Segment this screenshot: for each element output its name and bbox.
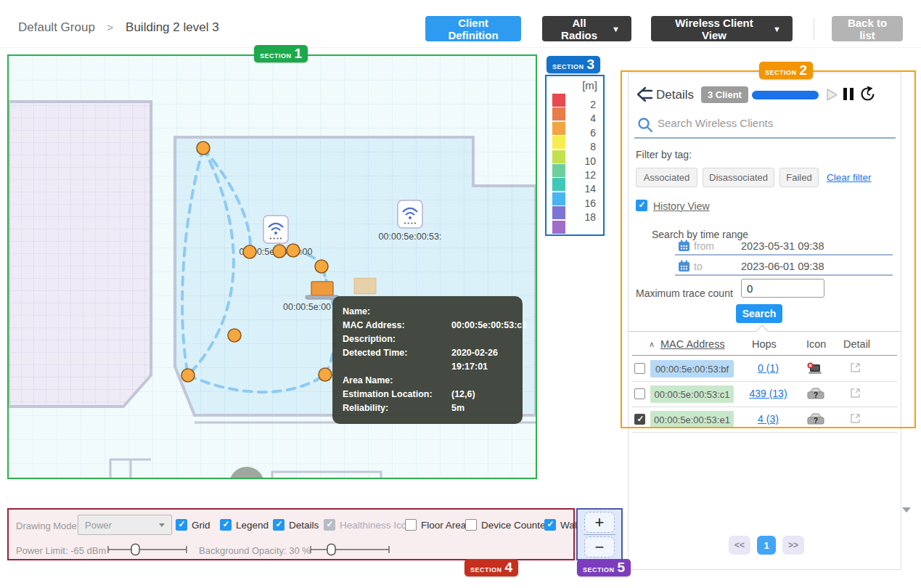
toolbar-checkbox-wall[interactable]: Wall [544,519,579,531]
tooltip-row: Reliability:5m [343,401,512,415]
hops-link[interactable]: 0 (1) [741,362,795,374]
legend-value: 8 [574,141,596,152]
trace-dot[interactable] [181,369,195,382]
row-checkbox[interactable] [634,363,645,374]
to-date-value[interactable]: 2023-06-01 09:38 [741,261,824,272]
room-left [9,102,151,407]
checkbox[interactable] [465,519,477,531]
top-bar: Default Group > Building 2 level 3 Clien… [0,0,921,48]
trace-dot[interactable] [197,142,210,155]
search-button[interactable]: Search [736,304,782,323]
checkbox[interactable] [405,519,417,531]
toolbar-checkbox-floor-area[interactable]: Floor Area [405,519,466,531]
external-link-icon[interactable] [850,388,861,399]
max-trace-count-label: Maximum trace count [636,287,733,299]
hops-link[interactable]: 439 (13) [741,388,795,399]
history-view-label[interactable]: History View [653,200,710,212]
drawing-mode-select[interactable]: Power [78,515,172,535]
pagination-prev-button[interactable]: << [729,536,750,555]
trace-dot[interactable] [243,245,256,258]
floor-plan-map[interactable]: 00:00:5e:00:53:00 00:00:5e:00:53: 00:00:… [7,54,537,479]
dropdown-arrow-icon: ▼ [612,25,620,33]
legend-swatch [552,107,565,121]
toolbar-checkbox-healthiness-icon[interactable]: Healthiness Icon [324,519,412,531]
refresh-timer-icon[interactable] [859,86,876,102]
scroll-down-arrow-icon[interactable] [902,507,911,513]
trace-dot[interactable] [319,368,332,381]
mac-address-cell: 00:00:5e:00:53:c1 [650,385,734,403]
max-trace-count-input[interactable] [741,279,824,298]
toolbar-checkbox-details[interactable]: Details [273,519,319,531]
back-to-list-button[interactable]: Back to list [832,16,903,41]
checkbox[interactable] [324,519,335,531]
slider-handle[interactable] [327,544,335,555]
legend-value: 16 [574,197,596,209]
toolbar-checkbox-grid[interactable]: Grid [176,519,210,531]
breadcrumb-separator: > [107,21,114,33]
to-label: to [694,261,703,272]
checkbox[interactable] [544,519,556,531]
external-link-icon[interactable] [850,413,861,424]
client-definition-button[interactable]: Client Definition [425,16,521,41]
row-checkbox[interactable] [634,388,645,399]
row-checkbox[interactable] [634,414,645,425]
checkbox-label: Healthiness Icon [340,520,412,531]
pagination-page-1[interactable]: 1 [757,536,776,555]
toolbar-checkbox-device-counter[interactable]: Device Counter [465,519,549,531]
column-header-mac[interactable]: MAC Address [660,338,725,350]
search-icon [637,117,653,133]
trace-dot[interactable] [228,329,241,342]
external-link-icon[interactable] [850,362,861,373]
zoom-in-button[interactable]: + [584,512,615,533]
play-icon[interactable] [826,88,838,102]
breadcrumb-group[interactable]: Default Group [18,20,95,34]
calendar-icon[interactable] [678,240,690,252]
time-range-label: Search by time range [652,229,748,240]
slider-handle[interactable] [131,544,139,555]
hops-link[interactable]: 4 (3) [741,413,795,425]
checkbox[interactable] [220,519,232,531]
from-underline [675,254,893,256]
legend-unit-label: [m] [582,79,597,91]
filter-disassociated-button[interactable]: Disassociated [703,168,774,187]
filter-failed-button[interactable]: Failed [779,168,819,187]
search-wireless-clients-input[interactable] [658,117,875,129]
back-icon[interactable] [634,86,655,103]
legend-value: 2 [574,99,596,110]
wireless-client-view-dropdown[interactable]: Wireless Client View▼ [651,16,793,41]
section-4-badge: SECTION4 [464,559,518,576]
access-point-icon[interactable] [263,216,288,243]
section-3-badge: SECTION3 [547,56,600,73]
checkbox-label: Legend [236,520,269,531]
power-limit-slider[interactable] [105,543,189,556]
from-date-value[interactable]: 2023-05-31 09:38 [741,240,824,252]
pagination-next-button[interactable]: >> [782,536,804,555]
legend-swatch [552,206,565,219]
column-header-hops: Hops [752,338,777,350]
legend-value: 14 [574,183,596,195]
history-view-checkbox[interactable] [636,200,647,211]
trace-dot[interactable] [315,260,328,273]
trace-dot[interactable] [273,245,286,258]
clear-filter-link[interactable]: Clear filter [827,172,872,183]
access-point-icon[interactable] [398,200,422,228]
mac-address-cell: 00:00:5e:00:53:e1 [650,411,734,428]
tooltip-row: Description: [343,332,512,346]
pause-icon[interactable] [843,88,854,100]
toolbar-checkbox-legend[interactable]: Legend [220,519,269,531]
trace-dot[interactable] [287,244,300,257]
svg-text:?: ? [814,391,818,399]
calendar-icon[interactable] [678,260,690,272]
checkbox[interactable] [176,519,187,531]
laptop-error-icon [806,362,822,375]
checkbox[interactable] [273,519,285,531]
chevron-down-icon [159,523,165,527]
zoom-out-button[interactable]: − [584,536,615,558]
legend-swatch [552,150,565,163]
sort-caret-icon[interactable]: ∧ [649,340,655,349]
background-opacity-slider[interactable] [308,543,392,556]
map-zoom-controls: + − [576,508,623,560]
client-details-tooltip: Name:MAC Address:00:00:5e:00:53:c1Descri… [332,296,523,424]
filter-associated-button[interactable]: Associated [636,168,697,187]
all-radios-dropdown[interactable]: All Radios▼ [542,16,631,41]
